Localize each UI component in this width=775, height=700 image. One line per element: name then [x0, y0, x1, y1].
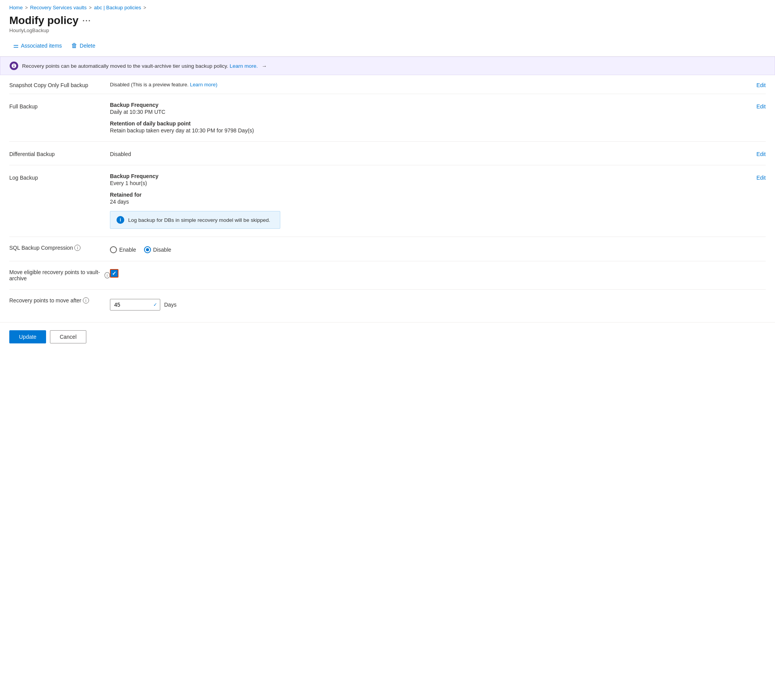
page-title-text: Modify policy [9, 14, 79, 27]
vault-archive-checkbox[interactable]: ✓ [110, 269, 118, 278]
full-backup-retention-value: Retain backup taken every day at 10:30 P… [110, 127, 727, 134]
days-label: Days [164, 302, 177, 308]
banner-arrow: → [262, 63, 267, 69]
log-backup-retained-label: Retained for [110, 192, 727, 198]
differential-backup-edit-link[interactable]: Edit [756, 151, 766, 157]
full-backup-row: Full Backup Backup Frequency Daily at 10… [9, 94, 766, 142]
snapshot-edit-link[interactable]: Edit [756, 82, 766, 88]
associated-items-icon: ⚌ [13, 42, 19, 49]
differential-backup-label: Differential Backup [9, 149, 110, 157]
radio-enable[interactable]: Enable [110, 246, 136, 253]
differential-backup-content: Disabled [110, 149, 735, 157]
log-backup-row: Log Backup Backup Frequency Every 1 hour… [9, 165, 766, 237]
breadcrumb-home[interactable]: Home [9, 5, 23, 10]
recovery-points-content: 45 30 60 90 ✓ Days [110, 297, 735, 311]
delete-icon: 🗑 [71, 42, 77, 49]
log-backup-edit-cell: Edit [735, 173, 766, 181]
full-backup-freq-label: Backup Frequency [110, 102, 727, 108]
banner-learn-more[interactable]: Learn more. [230, 63, 258, 69]
log-backup-retained-value: 24 days [110, 199, 727, 205]
cancel-button[interactable]: Cancel [50, 330, 86, 343]
recovery-points-select[interactable]: 45 30 60 90 [110, 299, 160, 311]
snapshot-learn-more[interactable]: Learn more) [190, 82, 218, 88]
radio-enable-label: Enable [119, 247, 136, 253]
page-subtitle: HourlyLogBackup [9, 27, 766, 33]
full-backup-retention-label: Retention of daily backup point [110, 120, 727, 127]
breadcrumb-policies[interactable]: abc | Backup policies [94, 5, 141, 10]
snapshot-edit-cell: Edit [735, 81, 766, 88]
vault-archive-info-icon[interactable]: i [105, 272, 110, 278]
log-backup-freq-value: Every 1 hour(s) [110, 180, 727, 186]
full-backup-content: Backup Frequency Daily at 10:30 PM UTC R… [110, 102, 735, 134]
info-circle-icon: i [117, 216, 124, 224]
banner-text: Recovery points can be automatically mov… [22, 63, 267, 69]
differential-backup-value: Disabled [110, 149, 727, 157]
vault-archive-row: Move eligible recovery points to vault-a… [9, 261, 766, 290]
log-backup-info-box: i Log backup for DBs in simple recovery … [110, 211, 280, 229]
log-backup-content: Backup Frequency Every 1 hour(s) Retaine… [110, 173, 735, 229]
sql-compression-label: SQL Backup Compression [9, 245, 73, 251]
info-banner: Recovery points can be automatically mov… [0, 57, 775, 75]
full-backup-edit-link[interactable]: Edit [756, 103, 766, 110]
toolbar: ⚌ Associated items 🗑 Delete [0, 36, 775, 57]
snapshot-value: Disabled (This is a preview feature. Lea… [110, 81, 735, 88]
vault-archive-label: Move eligible recovery points to vault-a… [9, 269, 103, 281]
sql-compression-info-icon[interactable]: i [74, 245, 81, 251]
radio-group: Enable Disable [110, 245, 727, 253]
breadcrumb: Home > Recovery Services vaults > abc | … [0, 0, 775, 13]
sql-compression-content: Enable Disable [110, 245, 735, 253]
log-backup-edit-link[interactable]: Edit [756, 175, 766, 181]
vault-archive-label-container: Move eligible recovery points to vault-a… [9, 269, 110, 281]
recovery-points-label-container: Recovery points to move after i [9, 297, 110, 304]
sql-compression-label-container: SQL Backup Compression i [9, 245, 110, 251]
update-button[interactable]: Update [9, 330, 46, 343]
radio-enable-outer [110, 246, 117, 253]
recovery-points-dropdown-wrapper: 45 30 60 90 ✓ [110, 299, 160, 311]
radio-disable-label: Disable [153, 247, 171, 253]
full-backup-label: Full Backup [9, 102, 110, 110]
page-title-section: Modify policy ··· HourlyLogBackup [0, 13, 775, 36]
differential-backup-row: Differential Backup Disabled Edit [9, 142, 766, 165]
log-backup-freq-label: Backup Frequency [110, 173, 727, 179]
radio-disable-outer [144, 246, 151, 253]
banner-icon [10, 62, 18, 70]
full-backup-freq-value: Daily at 10:30 PM UTC [110, 109, 727, 115]
differential-backup-edit-cell: Edit [735, 149, 766, 157]
vault-archive-content: ✓ [110, 269, 735, 278]
page-more-options[interactable]: ··· [82, 16, 91, 25]
associated-items-button[interactable]: ⚌ Associated items [9, 39, 66, 51]
checkmark-icon: ✓ [112, 270, 117, 276]
snapshot-row: Snapshot Copy Only Full backup Disabled … [9, 75, 766, 94]
delete-button[interactable]: 🗑 Delete [67, 40, 99, 51]
footer-section: Update Cancel [0, 322, 775, 351]
recovery-points-label: Recovery points to move after [9, 297, 81, 304]
recovery-points-row: Recovery points to move after i 45 30 60… [9, 290, 766, 318]
content-area: Snapshot Copy Only Full backup Disabled … [0, 75, 775, 318]
radio-disable-inner [146, 248, 149, 251]
breadcrumb-vaults[interactable]: Recovery Services vaults [30, 5, 87, 10]
recovery-points-info-icon[interactable]: i [83, 297, 89, 304]
log-backup-info-text: Log backup for DBs in simple recovery mo… [128, 217, 270, 223]
radio-disable[interactable]: Disable [144, 246, 171, 253]
log-backup-label: Log Backup [9, 173, 110, 181]
sql-compression-row: SQL Backup Compression i Enable Disable [9, 237, 766, 261]
full-backup-edit-cell: Edit [735, 102, 766, 110]
snapshot-label: Snapshot Copy Only Full backup [9, 81, 110, 88]
